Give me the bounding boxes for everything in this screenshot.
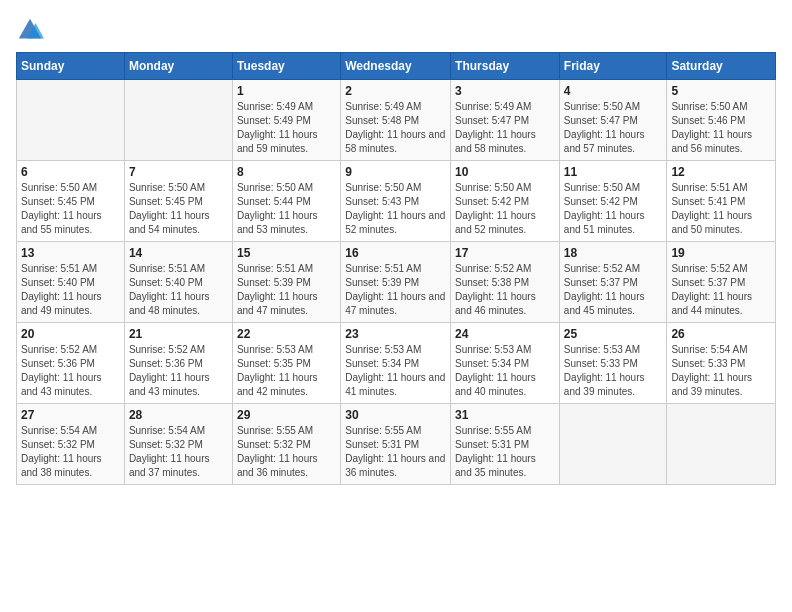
calendar-cell: 23Sunrise: 5:53 AM Sunset: 5:34 PM Dayli… [341,323,451,404]
calendar-cell: 9Sunrise: 5:50 AM Sunset: 5:43 PM Daylig… [341,161,451,242]
calendar-cell [17,80,125,161]
calendar-cell: 24Sunrise: 5:53 AM Sunset: 5:34 PM Dayli… [451,323,560,404]
calendar-body: 1Sunrise: 5:49 AM Sunset: 5:49 PM Daylig… [17,80,776,485]
calendar-cell: 31Sunrise: 5:55 AM Sunset: 5:31 PM Dayli… [451,404,560,485]
day-number: 31 [455,408,555,422]
day-number: 27 [21,408,120,422]
day-number: 28 [129,408,228,422]
calendar-cell: 18Sunrise: 5:52 AM Sunset: 5:37 PM Dayli… [559,242,667,323]
calendar-week-1: 1Sunrise: 5:49 AM Sunset: 5:49 PM Daylig… [17,80,776,161]
day-detail: Sunrise: 5:51 AM Sunset: 5:39 PM Dayligh… [237,262,336,318]
day-number: 4 [564,84,663,98]
day-detail: Sunrise: 5:50 AM Sunset: 5:47 PM Dayligh… [564,100,663,156]
calendar-cell: 29Sunrise: 5:55 AM Sunset: 5:32 PM Dayli… [232,404,340,485]
day-number: 12 [671,165,771,179]
weekday-header-wednesday: Wednesday [341,53,451,80]
day-detail: Sunrise: 5:53 AM Sunset: 5:35 PM Dayligh… [237,343,336,399]
calendar-cell: 1Sunrise: 5:49 AM Sunset: 5:49 PM Daylig… [232,80,340,161]
day-number: 16 [345,246,446,260]
day-number: 24 [455,327,555,341]
calendar-cell: 10Sunrise: 5:50 AM Sunset: 5:42 PM Dayli… [451,161,560,242]
day-detail: Sunrise: 5:51 AM Sunset: 5:39 PM Dayligh… [345,262,446,318]
day-detail: Sunrise: 5:50 AM Sunset: 5:42 PM Dayligh… [455,181,555,237]
day-detail: Sunrise: 5:52 AM Sunset: 5:37 PM Dayligh… [564,262,663,318]
calendar-cell: 25Sunrise: 5:53 AM Sunset: 5:33 PM Dayli… [559,323,667,404]
day-number: 20 [21,327,120,341]
day-number: 7 [129,165,228,179]
day-detail: Sunrise: 5:50 AM Sunset: 5:44 PM Dayligh… [237,181,336,237]
calendar-table: SundayMondayTuesdayWednesdayThursdayFrid… [16,52,776,485]
calendar-cell: 21Sunrise: 5:52 AM Sunset: 5:36 PM Dayli… [124,323,232,404]
calendar-cell: 3Sunrise: 5:49 AM Sunset: 5:47 PM Daylig… [451,80,560,161]
day-detail: Sunrise: 5:53 AM Sunset: 5:33 PM Dayligh… [564,343,663,399]
calendar-cell: 8Sunrise: 5:50 AM Sunset: 5:44 PM Daylig… [232,161,340,242]
logo [16,16,48,44]
day-detail: Sunrise: 5:53 AM Sunset: 5:34 PM Dayligh… [455,343,555,399]
day-detail: Sunrise: 5:52 AM Sunset: 5:37 PM Dayligh… [671,262,771,318]
day-detail: Sunrise: 5:50 AM Sunset: 5:43 PM Dayligh… [345,181,446,237]
calendar-cell: 30Sunrise: 5:55 AM Sunset: 5:31 PM Dayli… [341,404,451,485]
weekday-header-monday: Monday [124,53,232,80]
weekday-header-tuesday: Tuesday [232,53,340,80]
page-header [16,16,776,44]
calendar-cell: 22Sunrise: 5:53 AM Sunset: 5:35 PM Dayli… [232,323,340,404]
calendar-cell: 7Sunrise: 5:50 AM Sunset: 5:45 PM Daylig… [124,161,232,242]
day-number: 14 [129,246,228,260]
day-detail: Sunrise: 5:54 AM Sunset: 5:32 PM Dayligh… [21,424,120,480]
day-detail: Sunrise: 5:55 AM Sunset: 5:32 PM Dayligh… [237,424,336,480]
day-number: 9 [345,165,446,179]
day-detail: Sunrise: 5:50 AM Sunset: 5:45 PM Dayligh… [129,181,228,237]
day-detail: Sunrise: 5:50 AM Sunset: 5:42 PM Dayligh… [564,181,663,237]
calendar-cell: 20Sunrise: 5:52 AM Sunset: 5:36 PM Dayli… [17,323,125,404]
day-number: 8 [237,165,336,179]
day-number: 17 [455,246,555,260]
calendar-cell: 15Sunrise: 5:51 AM Sunset: 5:39 PM Dayli… [232,242,340,323]
day-number: 22 [237,327,336,341]
calendar-cell: 4Sunrise: 5:50 AM Sunset: 5:47 PM Daylig… [559,80,667,161]
day-detail: Sunrise: 5:55 AM Sunset: 5:31 PM Dayligh… [345,424,446,480]
day-detail: Sunrise: 5:55 AM Sunset: 5:31 PM Dayligh… [455,424,555,480]
calendar-cell [559,404,667,485]
day-number: 15 [237,246,336,260]
day-detail: Sunrise: 5:49 AM Sunset: 5:47 PM Dayligh… [455,100,555,156]
day-detail: Sunrise: 5:52 AM Sunset: 5:38 PM Dayligh… [455,262,555,318]
calendar-cell: 27Sunrise: 5:54 AM Sunset: 5:32 PM Dayli… [17,404,125,485]
day-number: 2 [345,84,446,98]
day-number: 6 [21,165,120,179]
day-number: 5 [671,84,771,98]
calendar-cell: 12Sunrise: 5:51 AM Sunset: 5:41 PM Dayli… [667,161,776,242]
day-number: 25 [564,327,663,341]
day-detail: Sunrise: 5:51 AM Sunset: 5:41 PM Dayligh… [671,181,771,237]
day-detail: Sunrise: 5:50 AM Sunset: 5:45 PM Dayligh… [21,181,120,237]
day-detail: Sunrise: 5:49 AM Sunset: 5:49 PM Dayligh… [237,100,336,156]
day-number: 13 [21,246,120,260]
day-detail: Sunrise: 5:54 AM Sunset: 5:33 PM Dayligh… [671,343,771,399]
day-detail: Sunrise: 5:50 AM Sunset: 5:46 PM Dayligh… [671,100,771,156]
day-number: 23 [345,327,446,341]
day-number: 11 [564,165,663,179]
weekday-header-friday: Friday [559,53,667,80]
day-detail: Sunrise: 5:53 AM Sunset: 5:34 PM Dayligh… [345,343,446,399]
calendar-cell: 6Sunrise: 5:50 AM Sunset: 5:45 PM Daylig… [17,161,125,242]
calendar-cell: 2Sunrise: 5:49 AM Sunset: 5:48 PM Daylig… [341,80,451,161]
day-number: 1 [237,84,336,98]
logo-icon [16,16,44,44]
calendar-week-2: 6Sunrise: 5:50 AM Sunset: 5:45 PM Daylig… [17,161,776,242]
day-detail: Sunrise: 5:54 AM Sunset: 5:32 PM Dayligh… [129,424,228,480]
day-detail: Sunrise: 5:52 AM Sunset: 5:36 PM Dayligh… [129,343,228,399]
weekday-header-saturday: Saturday [667,53,776,80]
day-number: 26 [671,327,771,341]
day-number: 21 [129,327,228,341]
day-number: 18 [564,246,663,260]
calendar-cell: 19Sunrise: 5:52 AM Sunset: 5:37 PM Dayli… [667,242,776,323]
day-detail: Sunrise: 5:49 AM Sunset: 5:48 PM Dayligh… [345,100,446,156]
calendar-cell [124,80,232,161]
calendar-cell: 26Sunrise: 5:54 AM Sunset: 5:33 PM Dayli… [667,323,776,404]
calendar-cell: 16Sunrise: 5:51 AM Sunset: 5:39 PM Dayli… [341,242,451,323]
calendar-week-3: 13Sunrise: 5:51 AM Sunset: 5:40 PM Dayli… [17,242,776,323]
day-number: 19 [671,246,771,260]
calendar-cell [667,404,776,485]
calendar-cell: 13Sunrise: 5:51 AM Sunset: 5:40 PM Dayli… [17,242,125,323]
day-detail: Sunrise: 5:51 AM Sunset: 5:40 PM Dayligh… [129,262,228,318]
day-number: 29 [237,408,336,422]
